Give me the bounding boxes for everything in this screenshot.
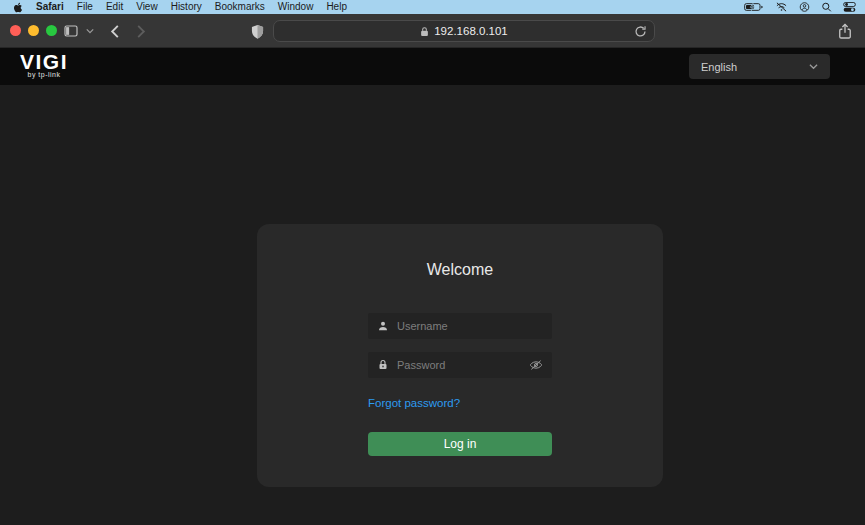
forward-button — [133, 23, 148, 39]
vigi-logo: VIGI by tp-link — [20, 51, 68, 78]
eye-off-icon[interactable] — [529, 359, 543, 371]
language-select[interactable]: English — [689, 54, 830, 79]
login-card: Welcome — [257, 224, 663, 487]
username-input[interactable] — [397, 320, 543, 332]
url-text: 192.168.0.101 — [434, 25, 508, 37]
forgot-password-link[interactable]: Forgot password? — [368, 397, 460, 409]
chevron-down-icon — [809, 62, 818, 71]
menu-item-file[interactable]: File — [77, 0, 93, 14]
menu-item-help[interactable]: Help — [326, 0, 347, 14]
menu-item-edit[interactable]: Edit — [106, 0, 123, 14]
back-button[interactable] — [107, 23, 122, 39]
minimize-window-button[interactable] — [28, 25, 39, 36]
user-circle-icon[interactable] — [799, 2, 810, 12]
screen: Safari File Edit View History Bookmarks … — [0, 0, 865, 525]
menu-item-safari[interactable]: Safari — [36, 0, 64, 14]
lock-icon — [420, 26, 429, 37]
window-controls — [10, 25, 57, 36]
reload-icon[interactable] — [634, 25, 647, 38]
brand-tagline: by tp-link — [20, 71, 68, 78]
wifi-off-icon[interactable] — [775, 2, 788, 12]
zoom-window-button[interactable] — [46, 25, 57, 36]
safari-toolbar: 192.168.0.101 — [0, 14, 865, 48]
lock-icon — [377, 359, 389, 371]
page-body: Welcome — [0, 85, 865, 525]
language-selected-value: English — [701, 61, 737, 73]
password-field[interactable] — [368, 352, 552, 378]
username-field[interactable] — [368, 313, 552, 339]
site-header: VIGI by tp-link English — [0, 48, 865, 85]
search-icon[interactable] — [821, 2, 832, 12]
login-button[interactable]: Log in — [368, 432, 552, 456]
share-icon[interactable] — [838, 23, 852, 39]
welcome-title: Welcome — [257, 261, 663, 279]
menu-item-view[interactable]: View — [136, 0, 158, 14]
password-input[interactable] — [397, 359, 521, 371]
menu-item-history[interactable]: History — [171, 0, 202, 14]
battery-charging-icon[interactable] — [744, 2, 764, 12]
close-window-button[interactable] — [10, 25, 21, 36]
sidebar-toggle-icon[interactable] — [63, 23, 79, 39]
menu-item-window[interactable]: Window — [278, 0, 314, 14]
user-icon — [377, 320, 389, 332]
apple-menu-icon[interactable] — [13, 2, 23, 13]
brand-name: VIGI — [20, 51, 68, 73]
privacy-shield-icon[interactable] — [250, 23, 264, 39]
sidebar-menu-chevron-down-icon[interactable] — [86, 27, 94, 35]
control-center-icon[interactable] — [843, 2, 856, 12]
macos-menu-bar: Safari File Edit View History Bookmarks … — [0, 0, 865, 14]
menu-item-bookmarks[interactable]: Bookmarks — [215, 0, 265, 14]
address-bar[interactable]: 192.168.0.101 — [273, 20, 655, 42]
